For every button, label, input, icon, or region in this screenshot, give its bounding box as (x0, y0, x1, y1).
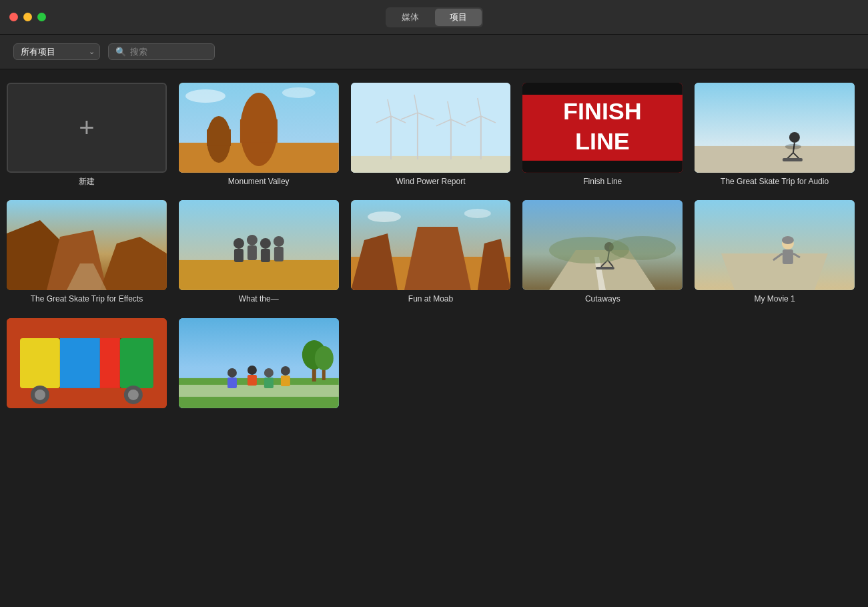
svg-point-95 (264, 368, 274, 378)
svg-rect-37 (783, 158, 803, 161)
svg-rect-81 (60, 338, 100, 388)
svg-point-6 (185, 89, 226, 103)
svg-point-70 (609, 236, 676, 260)
list-item[interactable]: Fun at Moab (351, 200, 511, 304)
svg-rect-94 (248, 375, 257, 386)
svg-rect-5 (207, 129, 231, 146)
great-skate-audio-thumb (695, 83, 855, 173)
skaters-road-thumb (179, 318, 339, 408)
filter-select[interactable]: 所有项目 电影 预告片 (13, 43, 100, 60)
list-item[interactable]: The Great Skate Trip for Effects (7, 200, 167, 304)
svg-rect-51 (248, 245, 257, 260)
filter-wrapper: 所有项目 电影 预告片 ⌄ (13, 43, 100, 60)
svg-point-97 (281, 366, 290, 376)
toolbar: 所有项目 电影 预告片 ⌄ 🔍 (0, 35, 868, 69)
svg-point-49 (274, 236, 284, 247)
svg-point-60 (464, 209, 490, 218)
what-the-label: What the— (239, 294, 279, 305)
svg-text:LINE: LINE (575, 127, 630, 155)
svg-point-93 (248, 366, 257, 375)
svg-rect-50 (234, 249, 244, 262)
cutaways-thumb (522, 200, 683, 290)
svg-rect-28 (522, 161, 683, 173)
tab-projects[interactable]: 项目 (435, 9, 482, 26)
svg-text:FINISH: FINISH (563, 97, 642, 125)
list-item[interactable]: Cutaways (522, 200, 683, 304)
svg-rect-98 (281, 376, 290, 386)
svg-rect-3 (240, 119, 278, 143)
svg-point-47 (247, 235, 258, 245)
svg-rect-90 (179, 385, 339, 397)
maximize-button[interactable] (37, 13, 46, 21)
svg-point-33 (789, 132, 800, 143)
list-item[interactable] (7, 318, 167, 412)
svg-rect-27 (522, 83, 683, 95)
list-item[interactable]: Monument Valley (179, 83, 339, 187)
my-movie-thumb (695, 200, 855, 290)
svg-rect-80 (20, 338, 60, 388)
tab-group: 媒体 项目 (386, 7, 483, 27)
svg-rect-9 (351, 156, 511, 173)
what-the-thumb (179, 200, 339, 290)
projects-grid: + 新建 (7, 83, 855, 412)
svg-rect-45 (179, 260, 339, 290)
new-project-thumb[interactable]: + (7, 83, 167, 173)
great-skate-effects-label: The Great Skate Trip for Effects (31, 294, 143, 305)
svg-rect-83 (120, 338, 153, 388)
svg-point-74 (782, 236, 794, 244)
plus-icon: + (79, 114, 94, 141)
monument-valley-thumb (179, 83, 339, 173)
svg-rect-82 (100, 338, 120, 388)
list-item[interactable]: Wind Power Report (351, 83, 511, 187)
svg-point-85 (35, 390, 45, 400)
list-item[interactable]: The Great Skate Trip for Audio (695, 83, 855, 187)
search-wrapper: 🔍 (108, 43, 215, 60)
great-skate-audio-label: The Great Skate Trip for Audio (721, 177, 829, 187)
main-content: + 新建 (0, 69, 868, 607)
svg-point-59 (368, 211, 401, 222)
svg-point-7 (282, 87, 316, 98)
cutaways-label: Cutaways (585, 294, 620, 305)
svg-point-91 (228, 368, 237, 378)
skateboard-closeup-thumb (7, 318, 167, 408)
list-item[interactable]: + 新建 (7, 83, 167, 187)
finish-line-label: Finish Line (583, 177, 622, 187)
list-item[interactable]: What the— (179, 200, 339, 304)
great-skate-effects-thumb (7, 200, 167, 290)
svg-point-38 (785, 144, 801, 149)
svg-point-48 (260, 238, 271, 249)
svg-rect-53 (274, 247, 284, 261)
title-bar: 媒体 项目 (0, 0, 868, 35)
new-project-label: 新建 (79, 177, 95, 187)
finish-line-thumb: FINISH LINE (522, 83, 683, 173)
fun-at-moab-thumb (351, 200, 511, 290)
wind-power-label: Wind Power Report (396, 177, 465, 187)
search-input[interactable] (130, 47, 203, 57)
my-movie-label: My Movie 1 (754, 294, 795, 305)
list-item[interactable]: My Movie 1 (695, 200, 855, 304)
list-item[interactable] (179, 318, 339, 412)
svg-rect-32 (695, 146, 855, 173)
minimize-button[interactable] (23, 13, 32, 21)
svg-rect-68 (596, 267, 614, 269)
svg-rect-75 (783, 249, 793, 264)
tab-media[interactable]: 媒体 (387, 9, 434, 26)
svg-point-87 (128, 390, 139, 400)
list-item[interactable]: FINISH LINE Finish Line (522, 83, 683, 187)
search-icon: 🔍 (115, 47, 126, 57)
svg-rect-52 (261, 249, 270, 262)
traffic-lights (9, 13, 46, 21)
wind-power-thumb (351, 83, 511, 173)
svg-rect-92 (228, 378, 237, 388)
monument-valley-label: Monument Valley (228, 177, 290, 187)
close-button[interactable] (9, 13, 18, 21)
svg-rect-96 (264, 378, 274, 388)
svg-point-102 (315, 346, 334, 370)
fun-at-moab-label: Fun at Moab (408, 294, 453, 305)
svg-point-46 (234, 238, 244, 249)
